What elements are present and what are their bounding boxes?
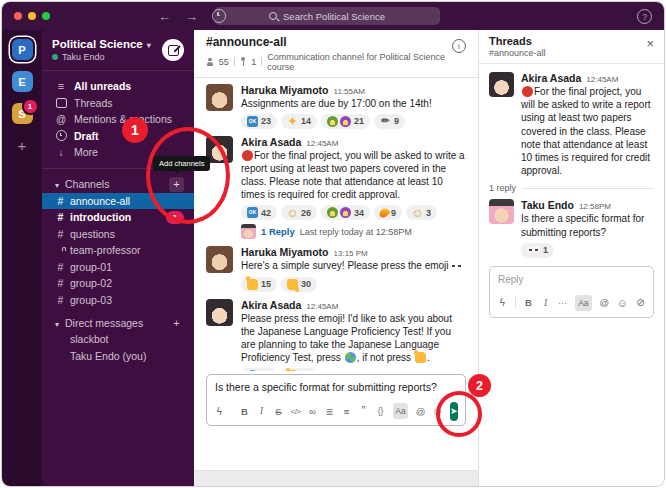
at-icon	[55, 114, 67, 125]
search-bar[interactable]: Search Political Science	[214, 7, 440, 25]
sidebar-item-all-unreads[interactable]: All unreads	[42, 78, 194, 95]
message-author[interactable]: Akira Asada	[241, 136, 301, 148]
zoom-window-button[interactable]	[42, 12, 50, 20]
paperclip-icon[interactable]	[636, 296, 645, 310]
reaction-pill[interactable]: 21	[321, 114, 370, 129]
reaction-pill[interactable]: 9	[374, 205, 402, 220]
channel-item-group-01[interactable]: # group-01	[42, 259, 194, 276]
reaction-pill[interactable]: 3	[406, 205, 437, 220]
reaction-pill[interactable]: 26	[281, 205, 317, 220]
message-author[interactable]: Haruka Miyamoto	[241, 84, 329, 96]
new-message-button[interactable]	[162, 39, 184, 61]
channel-title[interactable]: #announce-all	[206, 35, 466, 49]
thread-reply-link[interactable]: 1 Reply	[261, 226, 295, 237]
reaction-pill[interactable]: 26	[241, 368, 277, 371]
strikethrough-icon[interactable]	[274, 404, 283, 418]
minimize-window-button[interactable]	[28, 12, 36, 20]
message-author[interactable]: Akira Asada	[241, 299, 301, 311]
member-count[interactable]: 55	[219, 57, 229, 67]
channel-topic[interactable]: Communication channel for Political Scie…	[267, 52, 466, 72]
annotation-circle-1	[146, 127, 230, 224]
bold-icon[interactable]	[524, 296, 533, 310]
channel-item-team-professor[interactable]: team-professor	[42, 242, 194, 259]
workspace-tile-s[interactable]: S 1	[12, 103, 33, 124]
mention-icon[interactable]	[416, 404, 425, 418]
search-icon	[269, 12, 277, 20]
reaction-pill[interactable]: 30	[281, 277, 317, 292]
lines-icon	[55, 80, 67, 92]
reaction-pill[interactable]: 12	[281, 368, 317, 371]
chevron-down-icon	[147, 38, 151, 50]
dm-section-header[interactable]: Direct messages +	[42, 314, 194, 331]
reaction-pill[interactable]: 14	[281, 114, 317, 129]
code-block-icon[interactable]	[376, 404, 385, 418]
message-timestamp[interactable]: 12:45AM	[306, 302, 338, 311]
ordered-list-icon[interactable]	[325, 404, 334, 418]
composer-gap	[194, 426, 478, 470]
reaction-pill[interactable]: 34	[321, 205, 370, 220]
reply-composer[interactable]: Reply	[489, 266, 654, 318]
reaction-pill[interactable]: 9	[374, 114, 405, 129]
pin-count[interactable]: 1	[251, 57, 256, 67]
back-arrow-icon[interactable]	[158, 9, 171, 24]
italic-icon[interactable]	[541, 296, 550, 310]
reaction-pill[interactable]: 42	[241, 205, 277, 220]
reply-input[interactable]: Reply	[498, 274, 645, 285]
code-icon[interactable]	[291, 404, 300, 418]
lightning-icon[interactable]	[498, 296, 507, 310]
workspace-header[interactable]: Political Science Taku Endo	[42, 30, 194, 71]
avatar	[241, 224, 256, 239]
channel-item-group-02[interactable]: # group-02	[42, 275, 194, 292]
more-icon[interactable]	[558, 296, 567, 310]
blockquote-icon[interactable]	[359, 404, 368, 418]
emoji-ok-icon	[247, 116, 258, 127]
workspace-tile-e[interactable]: E	[12, 71, 33, 92]
message-timestamp[interactable]: 12:58PM	[579, 202, 611, 211]
avatar[interactable]	[206, 299, 233, 326]
threads-subtitle: #announce-all	[489, 48, 654, 58]
composer-input[interactable]: Is there a specific format for submittin…	[215, 381, 457, 393]
forward-arrow-icon[interactable]	[185, 9, 198, 24]
message-author[interactable]: Taku Endo	[521, 199, 574, 211]
sidebar-item-mentions[interactable]: Mentions & reactions	[42, 111, 194, 128]
message-timestamp[interactable]: 12:45AM	[306, 139, 338, 148]
avatar[interactable]	[489, 199, 514, 224]
avatar[interactable]	[206, 84, 233, 111]
message-composer[interactable]: Is there a specific format for submittin…	[206, 374, 466, 426]
sidebar-item-threads[interactable]: Threads	[42, 95, 194, 112]
avatar[interactable]	[489, 72, 514, 97]
italic-icon[interactable]	[257, 404, 266, 418]
message-author[interactable]: Haruka Miyamoto	[241, 246, 329, 258]
workspace-tile-political-science[interactable]: P	[12, 39, 33, 60]
dm-item-slackbot[interactable]: slackbot	[42, 331, 194, 348]
text-format-icon[interactable]	[393, 403, 408, 419]
bold-icon[interactable]	[240, 404, 249, 418]
help-icon[interactable]: ?	[637, 9, 652, 24]
reaction-pill[interactable]: 15	[241, 277, 277, 292]
dm-item-taku-endo[interactable]: Taku Endo (you)	[42, 348, 194, 365]
channel-item-group-03[interactable]: # group-03	[42, 292, 194, 309]
reaction-pill[interactable]: 23	[241, 114, 277, 129]
message-timestamp[interactable]: 13:15 PM	[334, 249, 368, 258]
thread-body: Akira Asada 12:45AM For the final projec…	[479, 64, 664, 258]
close-icon[interactable]: ×	[646, 39, 654, 49]
link-icon[interactable]	[308, 404, 317, 418]
avatar[interactable]	[206, 246, 233, 273]
message-timestamp[interactable]: 11:55AM	[334, 87, 365, 96]
reaction-pill[interactable]: 1	[521, 243, 554, 258]
mention-icon[interactable]	[600, 296, 609, 310]
thread-replies-bar[interactable]: 1 Reply Last reply today at 12:58PM	[241, 224, 466, 239]
add-workspace-button[interactable]: +	[18, 137, 27, 154]
message-timestamp[interactable]: 12:45AM	[586, 75, 618, 84]
lightning-icon[interactable]	[215, 404, 224, 418]
emoji-icon[interactable]	[617, 296, 628, 310]
info-icon[interactable]: i	[452, 39, 466, 53]
text-format-icon[interactable]	[575, 295, 591, 311]
message-author[interactable]: Akira Asada	[521, 72, 581, 84]
clock-icon	[56, 130, 67, 141]
divider	[261, 57, 262, 66]
bullet-list-icon[interactable]	[342, 404, 351, 418]
channel-item-questions[interactable]: # questions	[42, 226, 194, 243]
close-window-button[interactable]	[14, 12, 22, 20]
add-dm-button[interactable]: +	[169, 315, 184, 330]
